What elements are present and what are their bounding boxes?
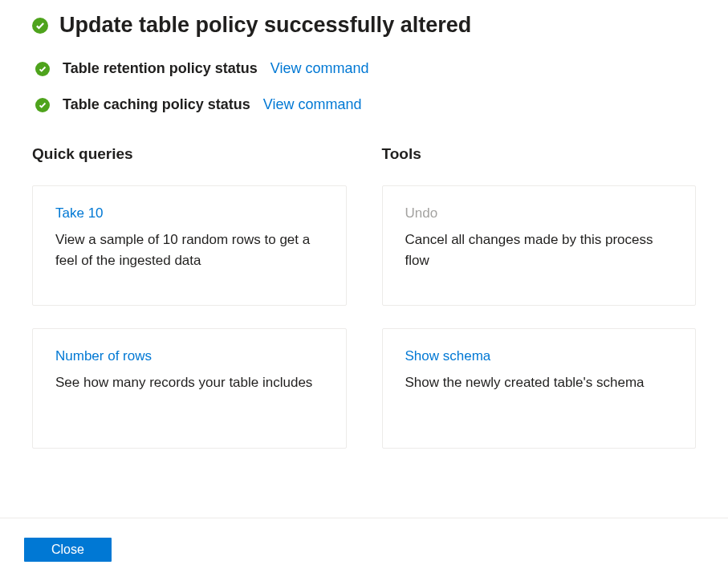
tool-card-show-schema[interactable]: Show schema Show the newly created table… <box>382 328 697 449</box>
success-check-icon <box>32 18 48 34</box>
card-desc: Show the newly created table's schema <box>405 372 673 393</box>
card-title[interactable]: Show schema <box>405 348 673 364</box>
tool-card-undo[interactable]: Undo Cancel all changes made by this pro… <box>382 185 697 306</box>
card-title[interactable]: Take 10 <box>55 205 323 221</box>
status-label: Table retention policy status <box>63 60 258 77</box>
card-desc: See how many records your table includes <box>55 372 323 393</box>
success-check-icon <box>35 62 50 76</box>
view-command-link[interactable]: View command <box>270 60 369 77</box>
card-desc: View a sample of 10 random rows to get a… <box>55 230 323 270</box>
card-desc: Cancel all changes made by this process … <box>405 230 673 270</box>
close-button[interactable]: Close <box>24 538 112 562</box>
quick-queries-column: Quick queries Take 10 View a sample of 1… <box>32 145 347 471</box>
page-title: Update table policy successfully altered <box>59 13 471 38</box>
status-row-retention: Table retention policy status View comma… <box>32 60 696 77</box>
view-command-link[interactable]: View command <box>263 96 362 113</box>
footer: Close <box>0 518 728 581</box>
card-title: Undo <box>405 205 673 221</box>
tools-column: Tools Undo Cancel all changes made by th… <box>382 145 697 471</box>
card-title[interactable]: Number of rows <box>55 348 323 364</box>
quick-query-card-rowcount[interactable]: Number of rows See how many records your… <box>32 328 347 449</box>
quick-query-card-take10[interactable]: Take 10 View a sample of 10 random rows … <box>32 185 347 306</box>
success-check-icon <box>35 98 50 112</box>
quick-queries-heading: Quick queries <box>32 145 347 163</box>
status-row-caching: Table caching policy status View command <box>32 96 696 113</box>
title-row: Update table policy successfully altered <box>32 13 696 38</box>
status-label: Table caching policy status <box>63 96 250 113</box>
tools-heading: Tools <box>382 145 697 163</box>
